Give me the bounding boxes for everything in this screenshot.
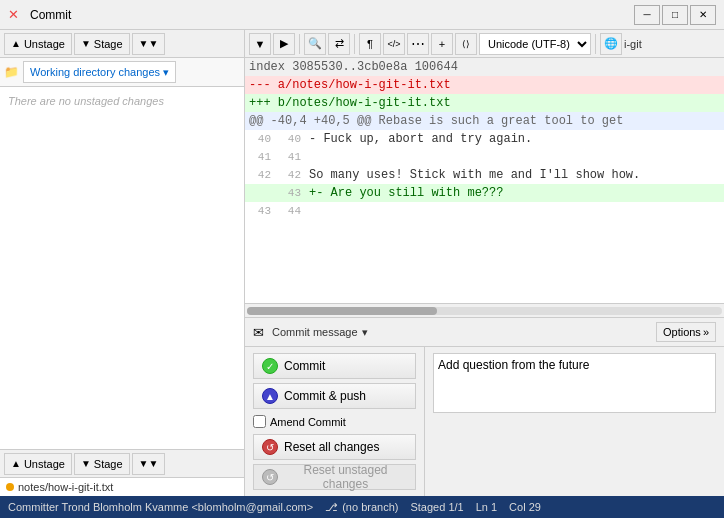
reset-all-icon: ↺ xyxy=(262,439,278,455)
scrollbar-thumb[interactable] xyxy=(247,307,437,315)
staged-info: Staged 1/1 xyxy=(410,501,463,513)
staged-area: ▲ Unstage ▼ Stage ▼▼ notes/how-i-git-it.… xyxy=(0,449,244,496)
reset-all-button[interactable]: ↺ Reset all changes xyxy=(253,434,416,460)
unstage-label: Unstage xyxy=(24,38,65,50)
commit-buttons: ✓ Commit ▲ Commit & push Amend Commit xyxy=(245,347,425,496)
encoding-select[interactable]: Unicode (UTF-8) xyxy=(479,33,591,55)
diff-file-b-text: +++ b/notes/how-i-git-it.txt xyxy=(249,96,720,110)
stage-button[interactable]: ▼ Stage xyxy=(74,33,130,55)
commit-body: ✓ Commit ▲ Commit & push Amend Commit xyxy=(245,347,724,496)
stage-extra-icon: ▼▼ xyxy=(139,38,159,49)
col-info: Col 29 xyxy=(509,501,541,513)
reset-unstaged-icon: ↺ xyxy=(262,469,278,485)
close-button[interactable]: ✕ xyxy=(690,5,716,25)
maximize-button[interactable]: □ xyxy=(662,5,688,25)
left-toolbar: ▲ Unstage ▼ Stage ▼▼ xyxy=(0,30,244,58)
separator2 xyxy=(354,34,355,54)
working-dir-bar: 📁 Working directory changes ▾ xyxy=(0,58,244,87)
diff-line-content-2: So many uses! Stick with me and I'll sho… xyxy=(309,168,720,182)
unstage-arrow-icon: ▲ xyxy=(11,38,21,49)
branch-info: ⎇ (no branch) xyxy=(325,501,398,514)
options-button[interactable]: Options » xyxy=(656,322,716,342)
amend-label[interactable]: Amend Commit xyxy=(270,416,346,428)
amend-row: Amend Commit xyxy=(253,413,416,430)
extra-button[interactable]: ⟨⟩ xyxy=(455,33,477,55)
file-list: notes/how-i-git-it.txt xyxy=(0,478,244,496)
commit-message-label: Commit message ▾ xyxy=(272,326,368,339)
working-dir-dropdown[interactable]: Working directory changes ▾ xyxy=(23,61,176,83)
diff-index-text: index 3085530..3cb0e8a 100644 xyxy=(249,60,720,74)
table-row[interactable]: notes/how-i-git-it.txt xyxy=(0,478,244,496)
diff-file-a-line: --- a/notes/how-i-git-it.txt xyxy=(245,76,724,94)
working-dir-label: Working directory changes xyxy=(30,66,160,78)
diff-line-content-0: - Fuck up, abort and try again. xyxy=(309,132,720,146)
commit-message-input[interactable] xyxy=(433,353,716,413)
search-button[interactable]: 🔍 xyxy=(304,33,326,55)
horizontal-scrollbar[interactable] xyxy=(245,303,724,317)
globe-button[interactable]: 🌐 xyxy=(600,33,622,55)
diff-line-0: 40 40 - Fuck up, abort and try again. xyxy=(245,130,724,148)
stage-staged-extra-button[interactable]: ▼▼ xyxy=(132,453,166,475)
insert-button[interactable]: + xyxy=(431,33,453,55)
reset-all-label: Reset all changes xyxy=(284,440,379,454)
minimize-button[interactable]: ─ xyxy=(634,5,660,25)
stage-staged-label: Stage xyxy=(94,458,123,470)
amend-checkbox[interactable] xyxy=(253,415,266,428)
commit-msg-text: Commit message xyxy=(272,326,358,338)
content-area: ▲ Unstage ▼ Stage ▼▼ 📁 Working directory… xyxy=(0,30,724,496)
commit-msg-chevron[interactable]: ▾ xyxy=(362,326,368,339)
paragraph-button[interactable]: ¶ xyxy=(359,33,381,55)
stage-extra-button[interactable]: ▼▼ xyxy=(132,33,166,55)
commit-button[interactable]: ✓ Commit xyxy=(253,353,416,379)
html-tag-button[interactable]: </> xyxy=(383,33,405,55)
diff-line-2: 42 42 So many uses! Stick with me and I'… xyxy=(245,166,724,184)
right-panel: ▼ ▶ 🔍 ⇄ ¶ </> ⋯ + ⟨⟩ Unicode (UTF-8) 🌐 i… xyxy=(245,30,724,496)
stage-label: Stage xyxy=(94,38,123,50)
line-num-left-1: 41 xyxy=(249,151,279,163)
options-label: Options xyxy=(663,326,701,338)
stage-staged-arrow-icon: ▼ xyxy=(81,458,91,469)
ln-info: Ln 1 xyxy=(476,501,497,513)
diff-file-a-text: --- a/notes/how-i-git-it.txt xyxy=(249,78,720,92)
window-title: Commit xyxy=(30,8,634,22)
line-num-left-4: 43 xyxy=(249,205,279,217)
line-num-right-1: 41 xyxy=(279,151,309,163)
separator3 xyxy=(595,34,596,54)
title-bar: ✕ Commit ─ □ ✕ xyxy=(0,0,724,30)
nav-left-button[interactable]: ▼ xyxy=(249,33,271,55)
find-replace-button[interactable]: ⇄ xyxy=(328,33,350,55)
stage-staged-button[interactable]: ▼ Stage xyxy=(74,453,130,475)
unstaged-area: There are no unstaged changes xyxy=(0,87,244,449)
branch-icon: ⎇ xyxy=(325,501,338,514)
line-num-right-0: 40 xyxy=(279,133,309,145)
commit-panel-header: ✉ Commit message ▾ Options » xyxy=(245,318,724,347)
commit-push-label: Commit & push xyxy=(284,389,366,403)
diff-index-header: index 3085530..3cb0e8a 100644 xyxy=(245,58,724,76)
unstage-button[interactable]: ▲ Unstage xyxy=(4,33,72,55)
stage-extra2-icon: ▼▼ xyxy=(139,458,159,469)
branch-name: (no branch) xyxy=(342,501,398,513)
line-num-right-4: 44 xyxy=(279,205,309,217)
diff-file-b-line: +++ b/notes/how-i-git-it.txt xyxy=(245,94,724,112)
commit-push-icon: ▲ xyxy=(262,388,278,404)
nav-right-button[interactable]: ▶ xyxy=(273,33,295,55)
commit-green-icon: ✓ xyxy=(262,358,278,374)
commit-push-button[interactable]: ▲ Commit & push xyxy=(253,383,416,409)
folder-icon: 📁 xyxy=(4,65,19,79)
left-panel: ▲ Unstage ▼ Stage ▼▼ 📁 Working directory… xyxy=(0,30,245,496)
diff-hunk-line: @@ -40,4 +40,5 @@ Rebase is such a great… xyxy=(245,112,724,130)
stage-arrow-icon: ▼ xyxy=(81,38,91,49)
main-container: ▲ Unstage ▼ Stage ▼▼ 📁 Working directory… xyxy=(0,30,724,518)
diff-line-4: 43 44 xyxy=(245,202,724,220)
options-arrow-icon: » xyxy=(703,326,709,338)
envelope-icon: ✉ xyxy=(253,325,264,340)
diff-hunk-text: @@ -40,4 +40,5 @@ Rebase is such a great… xyxy=(249,114,720,128)
unstage-staged-button[interactable]: ▲ Unstage xyxy=(4,453,72,475)
more-options-button[interactable]: ⋯ xyxy=(407,33,429,55)
committer-info: Committer Trond Blomholm Kvamme <blomhol… xyxy=(8,501,313,513)
status-bar: Committer Trond Blomholm Kvamme <blomhol… xyxy=(0,496,724,518)
scrollbar-track xyxy=(247,307,722,315)
line-num-right-3: 43 xyxy=(279,187,309,199)
unstage-staged-label: Unstage xyxy=(24,458,65,470)
diff-content[interactable]: index 3085530..3cb0e8a 100644 --- a/note… xyxy=(245,58,724,303)
